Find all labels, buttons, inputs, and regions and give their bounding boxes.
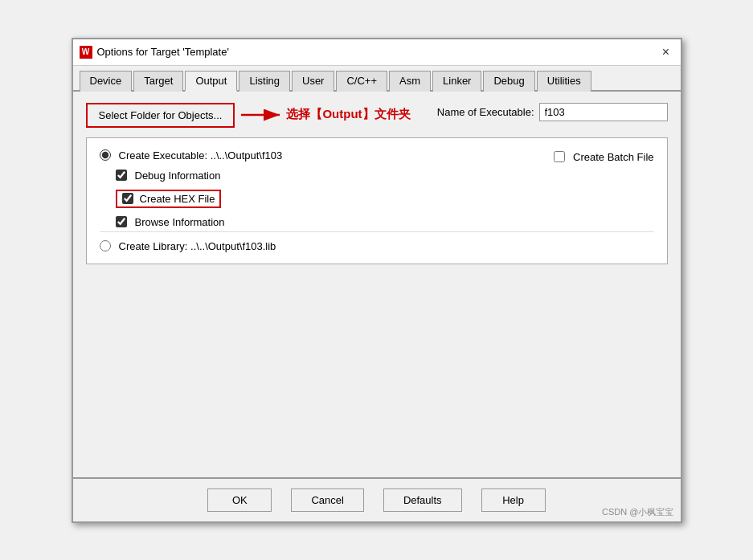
defaults-button[interactable]: Defaults [383, 488, 462, 512]
tab-utilities[interactable]: Utilities [537, 71, 591, 92]
create-batch-label: Create Batch File [573, 151, 653, 163]
help-button[interactable]: Help [481, 488, 546, 512]
create-exec-row: Create Executable: ..\..\Output\f103 [100, 149, 555, 161]
cancel-button[interactable]: Cancel [291, 488, 363, 512]
debug-info-row: Debug Information [116, 170, 555, 182]
options-dialog: W Options for Target 'Template' × Device… [72, 38, 682, 523]
browse-info-checkbox[interactable] [116, 216, 127, 227]
close-button[interactable]: × [658, 44, 674, 60]
debug-info-label: Debug Information [135, 170, 221, 182]
watermark: CSDN @小枫宝宝 [602, 506, 673, 518]
tab-linker[interactable]: Linker [432, 71, 481, 92]
create-lib-label: Create Library: ..\..\Output\f103.lib [119, 240, 276, 252]
button-bar: OK Cancel Defaults Help CSDN @小枫宝宝 [73, 477, 681, 521]
tab-output[interactable]: Output [185, 71, 237, 92]
select-folder-button[interactable]: Select Folder for Objects... [86, 103, 235, 128]
create-hex-label: Create HEX File [140, 193, 215, 205]
tab-cpp[interactable]: C/C++ [336, 71, 387, 92]
options-left: Create Executable: ..\..\Output\f103 Deb… [100, 149, 555, 228]
title-bar-left: W Options for Target 'Template' [80, 46, 229, 59]
name-exec-input[interactable] [539, 103, 668, 121]
browse-info-label: Browse Information [135, 216, 225, 228]
tab-device[interactable]: Device [80, 71, 133, 92]
browse-info-row: Browse Information [116, 216, 555, 228]
dialog-title: Options for Target 'Template' [97, 46, 229, 58]
tab-asm[interactable]: Asm [389, 71, 431, 92]
create-hex-row: Create HEX File [116, 190, 555, 208]
options-box: Create Executable: ..\..\Output\f103 Deb… [86, 137, 668, 264]
top-row: Select Folder for Objects... 选择【Output】文… [86, 103, 668, 128]
tab-debug[interactable]: Debug [483, 71, 534, 92]
name-exec-group: Name of Executable: [437, 103, 668, 121]
hex-file-highlight: Create HEX File [116, 190, 222, 208]
app-icon: W [80, 46, 92, 59]
create-lib-row: Create Library: ..\..\Output\f103.lib [100, 240, 654, 252]
annotation-text: 选择【Output】文件夹 [286, 107, 410, 122]
name-exec-label: Name of Executable: [437, 106, 534, 118]
title-bar: W Options for Target 'Template' × [73, 39, 681, 66]
create-batch-checkbox[interactable] [554, 151, 565, 162]
content-area: Select Folder for Objects... 选择【Output】文… [73, 92, 681, 477]
tab-target[interactable]: Target [133, 71, 183, 92]
create-exec-label: Create Executable: ..\..\Output\f103 [119, 149, 283, 161]
create-exec-radio[interactable] [100, 149, 111, 161]
create-lib-radio[interactable] [100, 240, 111, 251]
tab-user[interactable]: User [292, 71, 334, 92]
separator [100, 231, 654, 232]
create-hex-checkbox[interactable] [122, 193, 133, 204]
ok-button[interactable]: OK [207, 488, 272, 512]
debug-info-checkbox[interactable] [116, 170, 127, 181]
options-inner-row: Create Executable: ..\..\Output\f103 Deb… [100, 149, 654, 228]
tab-bar: Device Target Output Listing User C/C++ … [73, 66, 681, 92]
tab-listing[interactable]: Listing [239, 71, 290, 92]
arrow-icon [238, 103, 286, 127]
annotation-area: 选择【Output】文件夹 [238, 103, 410, 127]
create-batch-group: Create Batch File [554, 149, 653, 163]
